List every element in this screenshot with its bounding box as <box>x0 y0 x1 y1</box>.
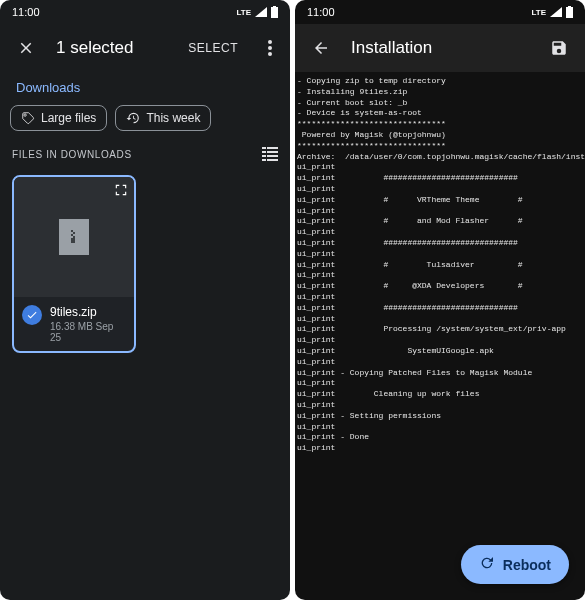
app-bar: 1 selected SELECT <box>0 24 290 72</box>
svg-rect-5 <box>262 147 278 149</box>
svg-rect-12 <box>71 234 73 236</box>
file-preview <box>14 177 134 297</box>
installation-screen: 11:00 LTE Installation - Copying zip to … <box>295 0 585 600</box>
file-info: 9tiles.zip 16.38 MB Sep 25 <box>14 297 134 351</box>
terminal-output: - Copying zip to temp directory - Instal… <box>295 72 585 600</box>
back-icon[interactable] <box>303 30 339 66</box>
status-time: 11:00 <box>307 6 335 18</box>
file-meta: 16.38 MB Sep 25 <box>50 321 126 343</box>
svg-rect-14 <box>71 238 75 243</box>
svg-rect-8 <box>262 159 278 161</box>
signal-icon <box>550 7 562 17</box>
status-bar: 11:00 LTE <box>295 0 585 24</box>
svg-rect-15 <box>566 7 573 18</box>
file-name: 9tiles.zip <box>50 305 126 319</box>
tag-icon <box>21 111 35 125</box>
close-icon[interactable] <box>8 30 44 66</box>
page-title: Installation <box>351 38 529 58</box>
battery-icon <box>271 6 278 18</box>
chip-this-week[interactable]: This week <box>115 105 211 131</box>
history-icon <box>126 111 140 125</box>
status-icons: LTE <box>236 6 278 18</box>
title-selected-count: 1 selected <box>56 38 176 58</box>
reboot-label: Reboot <box>503 557 551 573</box>
section-label: FILES IN DOWNLOADS <box>12 149 132 160</box>
status-bar: 11:00 LTE <box>0 0 290 24</box>
svg-rect-6 <box>262 151 278 153</box>
svg-rect-11 <box>73 232 75 234</box>
more-icon[interactable] <box>258 30 282 66</box>
reboot-button[interactable]: Reboot <box>461 545 569 584</box>
svg-rect-7 <box>262 155 278 157</box>
status-time: 11:00 <box>12 6 40 18</box>
svg-point-2 <box>268 40 272 44</box>
svg-rect-10 <box>71 230 73 232</box>
svg-rect-1 <box>273 6 276 7</box>
file-card[interactable]: 9tiles.zip 16.38 MB Sep 25 <box>12 175 136 353</box>
svg-rect-13 <box>73 236 75 238</box>
reboot-icon <box>479 555 495 574</box>
fullscreen-icon[interactable] <box>114 183 128 201</box>
lte-label: LTE <box>531 8 546 17</box>
svg-rect-0 <box>271 7 278 18</box>
chip-label: This week <box>146 111 200 125</box>
section-header: FILES IN DOWNLOADS <box>0 143 290 167</box>
select-button[interactable]: SELECT <box>188 41 238 55</box>
check-icon <box>22 305 42 325</box>
signal-icon <box>255 7 267 17</box>
status-icons: LTE <box>531 6 573 18</box>
list-view-icon[interactable] <box>262 147 278 161</box>
breadcrumb[interactable]: Downloads <box>0 72 290 105</box>
lte-label: LTE <box>236 8 251 17</box>
svg-point-4 <box>268 52 272 56</box>
svg-rect-9 <box>266 147 267 161</box>
filter-chips: Large files This week <box>0 105 290 143</box>
battery-icon <box>566 6 573 18</box>
file-grid: 9tiles.zip 16.38 MB Sep 25 <box>0 167 290 361</box>
svg-point-3 <box>268 46 272 50</box>
app-bar: Installation <box>295 24 585 72</box>
save-icon[interactable] <box>541 30 577 66</box>
zip-icon <box>59 219 89 255</box>
svg-rect-16 <box>568 6 571 7</box>
chip-large-files[interactable]: Large files <box>10 105 107 131</box>
file-picker-screen: 11:00 LTE 1 selected SELECT Downloads La… <box>0 0 290 600</box>
chip-label: Large files <box>41 111 96 125</box>
